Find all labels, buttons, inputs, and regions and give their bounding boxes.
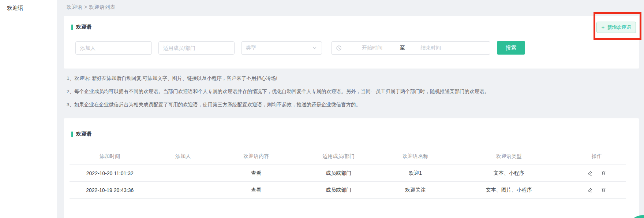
view-link[interactable]: 查看 — [251, 170, 261, 176]
col-header-content: 欢迎语内容 — [216, 153, 297, 160]
cell-time: 2022-10-20 11:01:32 — [70, 170, 150, 176]
col-header-type: 欢迎语类型 — [450, 153, 568, 160]
cell-actions — [568, 170, 626, 176]
search-button[interactable]: 搜索 — [497, 41, 525, 55]
table-section-title-label: 欢迎语 — [76, 131, 91, 137]
filter-section-title-label: 欢迎语 — [76, 24, 91, 30]
filter-bar: 类型 开始时间 至 结束时间 搜索 — [75, 41, 525, 55]
section-accent-bar — [71, 132, 73, 137]
date-range-separator: 至 — [400, 45, 405, 51]
table-section-title: 欢迎语 — [71, 131, 91, 137]
col-header-time: 添加时间 — [70, 153, 150, 160]
filter-section-title: 欢迎语 — [71, 24, 91, 30]
edit-icon[interactable] — [587, 187, 593, 193]
table-card: 欢迎语 添加时间 添加人 欢迎语内容 适用成员/部门 欢迎语名称 欢迎语类型 操… — [64, 118, 639, 218]
delete-icon[interactable] — [601, 170, 606, 176]
section-accent-bar — [71, 25, 73, 30]
filter-card: 欢迎语 + 新增欢迎语 类型 开始时间 至 结束时间 搜索 — [64, 16, 639, 69]
table-row: 2022-10-19 20:43:36 查看 成员或部门 欢迎关注 文本、图片、… — [70, 181, 626, 198]
cell-name: 欢迎关注 — [381, 187, 450, 193]
col-header-members: 适用成员/部门 — [297, 153, 381, 160]
type-select-value: 类型 — [246, 45, 256, 51]
col-header-adder: 添加人 — [150, 153, 216, 160]
add-welcome-button[interactable]: + 新增欢迎语 — [596, 22, 636, 33]
sidebar-item-welcome[interactable]: 欢迎语 — [0, 0, 57, 12]
tips-block: 1、欢迎语: 新好友添加后自动回复,可添加文字、图片、链接以及小程序，客户来了不… — [67, 72, 489, 111]
view-link[interactable]: 查看 — [251, 187, 261, 193]
tip-line-3: 3、如果企业在企业微信后台为相关成员配置了可用的欢迎语，使用第三方系统配置欢迎语… — [67, 98, 489, 111]
welcome-table: 添加时间 添加人 欢迎语内容 适用成员/部门 欢迎语名称 欢迎语类型 操作 20… — [70, 148, 626, 199]
breadcrumb: 欢迎语 > 欢迎语列表 — [67, 4, 115, 11]
table-bottom-border — [70, 198, 626, 199]
sidebar: 欢迎语 — [0, 0, 57, 218]
cell-type: 文本、小程序 — [450, 170, 568, 177]
start-time-field[interactable]: 开始时间 — [362, 45, 382, 51]
cell-type: 文本、图片、小程序 — [450, 187, 568, 193]
type-select[interactable]: 类型 — [241, 41, 322, 55]
cell-members: 成员或部门 — [297, 170, 381, 177]
delete-icon[interactable] — [601, 187, 606, 193]
col-header-actions: 操作 — [568, 153, 626, 160]
tip-line-2: 2、每个企业成员均可以拥有不同的欢迎语。当部门欢迎语和个人专属的欢迎语并存的情况… — [67, 85, 489, 98]
cell-members: 成员或部门 — [297, 187, 381, 193]
cell-actions — [568, 187, 626, 193]
tip-line-1: 1、欢迎语: 新好友添加后自动回复,可添加文字、图片、链接以及小程序，客户来了不… — [67, 72, 489, 85]
date-range-picker[interactable]: 开始时间 至 结束时间 — [331, 41, 490, 55]
table-header-row: 添加时间 添加人 欢迎语内容 适用成员/部门 欢迎语名称 欢迎语类型 操作 — [70, 148, 626, 165]
table-row: 2022-10-20 11:01:32 查看 成员或部门 欢迎1 文本、小程序 — [70, 165, 626, 181]
cell-time: 2022-10-19 20:43:36 — [70, 187, 150, 193]
edit-icon[interactable] — [587, 170, 593, 176]
end-time-field[interactable]: 结束时间 — [420, 45, 441, 51]
members-input[interactable] — [158, 41, 235, 55]
clock-icon — [336, 45, 342, 51]
adder-input[interactable] — [75, 41, 152, 55]
plus-icon: + — [602, 24, 605, 30]
add-welcome-button-label: 新增欢迎语 — [607, 24, 631, 31]
col-header-name: 欢迎语名称 — [381, 153, 450, 160]
chevron-down-icon — [312, 45, 317, 51]
cell-name: 欢迎1 — [381, 170, 450, 177]
